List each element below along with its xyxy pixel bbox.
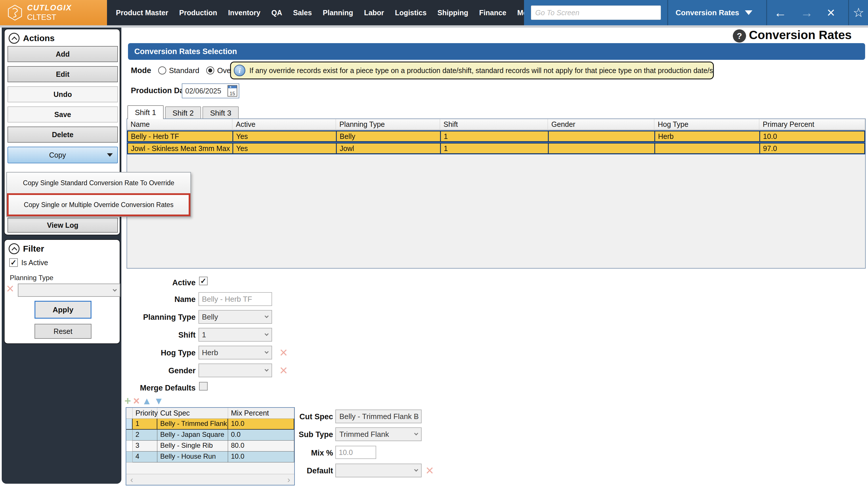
calendar-icon[interactable]: 15 [227, 85, 237, 97]
table-row[interactable]: 2 Belly - Japan Square 0.0 [126, 430, 294, 441]
go-to-screen-input[interactable] [531, 5, 661, 20]
cell-name: Jowl - Skinless Meat 3mm Max Sh [128, 144, 233, 153]
planning-type-filter-select[interactable] [18, 283, 120, 297]
default-select[interactable] [335, 463, 422, 477]
delete-button[interactable]: Delete [7, 126, 118, 143]
copy-dropdown-button[interactable]: Copy [7, 147, 118, 163]
tab-shift-2[interactable]: Shift 2 [165, 107, 201, 119]
clear-default-icon[interactable]: × [426, 464, 434, 477]
cut-spec-select[interactable]: Belly - Trimmed Flank B [335, 409, 422, 423]
collapse-filter-icon[interactable] [9, 243, 20, 254]
collapse-actions-icon[interactable] [9, 33, 20, 44]
gender-select[interactable] [198, 364, 272, 377]
cell-cut-spec: Belly - Single Rib [157, 441, 228, 452]
column-header-name[interactable]: Name [127, 119, 232, 129]
cell-hog-type: Herb [655, 131, 760, 141]
topbar-right-section: Conversion Rates ← → × ☆ [524, 0, 868, 25]
cell-planning-type: Jowl [337, 144, 441, 153]
horizontal-scrollbar[interactable]: ‹ › [126, 474, 294, 485]
row-selector[interactable] [126, 430, 132, 441]
clear-hog-type-icon[interactable]: × [280, 346, 288, 359]
shift-select[interactable]: 1 [198, 328, 272, 342]
radio-override[interactable] [206, 66, 214, 74]
app-logo: CUTLOGIX CLTEST [0, 0, 107, 25]
clear-gender-icon[interactable]: × [280, 364, 288, 377]
planning-type-field-label: Planning Type [121, 313, 195, 322]
chevron-down-icon [265, 367, 269, 371]
cell-priority: 3 [132, 441, 157, 452]
name-field[interactable]: Belly - Herb TF [198, 292, 272, 306]
menu-qa[interactable]: QA [266, 0, 288, 25]
production-date-field[interactable]: 02/06/2025 15 [182, 83, 239, 98]
menu-sales[interactable]: Sales [288, 0, 317, 25]
main-menu: Product Master Production Inventory QA S… [111, 0, 584, 25]
menu-labor[interactable]: Labor [359, 0, 390, 25]
move-up-icon[interactable]: ▲ [142, 395, 152, 407]
info-icon: i [234, 65, 245, 76]
forward-icon[interactable]: → [794, 0, 820, 25]
column-header-hog-type[interactable]: Hog Type [654, 119, 759, 129]
production-date-value: 02/06/2025 [185, 87, 227, 95]
cell-priority: 2 [132, 430, 157, 441]
menu-logistics[interactable]: Logistics [390, 0, 432, 25]
mode-row: Mode Standard Override [131, 62, 246, 79]
add-button[interactable]: Add [7, 46, 118, 62]
apply-button[interactable]: Apply [34, 301, 91, 318]
mix-table-header: Priority Cut Spec Mix Percent [126, 408, 294, 419]
menu-product-master[interactable]: Product Master [111, 0, 174, 25]
edit-button[interactable]: Edit [7, 66, 118, 82]
merge-defaults-checkbox[interactable] [199, 382, 208, 391]
row-selector[interactable] [126, 452, 132, 462]
menu-inventory[interactable]: Inventory [223, 0, 266, 25]
view-log-button[interactable]: View Log [7, 218, 118, 233]
menu-finance[interactable]: Finance [474, 0, 512, 25]
row-selector[interactable] [126, 419, 132, 430]
table-row[interactable]: 3 Belly - Single Rib 80.0 [126, 441, 294, 452]
favorite-star-icon[interactable]: ☆ [849, 0, 868, 25]
mix-percent-field[interactable]: 10.0 [335, 446, 376, 459]
column-header-priority[interactable]: Priority [132, 408, 157, 418]
tab-shift-3[interactable]: Shift 3 [203, 107, 239, 119]
is-active-checkbox[interactable]: ✓ [9, 258, 18, 267]
scroll-left-icon[interactable]: ‹ [126, 475, 137, 485]
radio-standard[interactable] [158, 66, 166, 74]
scroll-right-icon[interactable]: › [283, 475, 294, 485]
column-header-gender[interactable]: Gender [548, 119, 654, 129]
row-selector[interactable] [126, 441, 132, 452]
delete-row-icon[interactable]: × [133, 395, 140, 407]
column-header-shift[interactable]: Shift [440, 119, 548, 129]
active-checkbox[interactable]: ✓ [199, 277, 208, 285]
planning-type-select[interactable]: Belly [198, 310, 272, 324]
info-message-box: i If any override records exist for a pi… [230, 62, 714, 79]
menu-item-copy-override-rates[interactable]: Copy Single or Multiple Override Convers… [7, 193, 190, 216]
save-button[interactable]: Save [7, 107, 118, 122]
hog-type-select[interactable]: Herb [198, 346, 272, 360]
cell-shift: 1 [441, 131, 549, 141]
tab-shift-1[interactable]: Shift 1 [127, 105, 164, 119]
column-header-cut-spec[interactable]: Cut Spec [157, 408, 228, 418]
reset-button[interactable]: Reset [34, 324, 91, 339]
move-down-icon[interactable]: ▼ [154, 395, 164, 407]
column-header-active[interactable]: Active [232, 119, 336, 129]
clear-planning-type-icon[interactable]: × [6, 282, 14, 295]
active-field-label: Active [121, 278, 195, 287]
menu-item-copy-standard-to-override[interactable]: Copy Single Standard Conversion Rate To … [7, 173, 190, 193]
table-row[interactable]: 4 Belly - House Run 10.0 [126, 452, 294, 462]
menu-shipping[interactable]: Shipping [432, 0, 474, 25]
column-header-planning-type[interactable]: Planning Type [336, 119, 440, 129]
cell-shift: 1 [441, 144, 549, 153]
screen-selector-dropdown[interactable]: Conversion Rates [668, 0, 760, 25]
help-icon[interactable]: ? [733, 29, 746, 42]
table-row[interactable]: Jowl - Skinless Meat 3mm Max Sh Yes Jowl… [127, 143, 865, 154]
close-icon[interactable]: × [820, 0, 842, 25]
add-row-icon[interactable]: + [125, 395, 131, 407]
menu-production[interactable]: Production [174, 0, 223, 25]
back-icon[interactable]: ← [767, 0, 794, 25]
undo-button[interactable]: Undo [7, 86, 118, 102]
column-header-primary-percent[interactable]: Primary Percent [759, 119, 865, 129]
table-row[interactable]: 1 Belly - Trimmed Flank 10.0 [126, 419, 294, 430]
sub-type-select[interactable]: Trimmed Flank [335, 427, 422, 441]
default-field-label: Default [270, 466, 333, 475]
table-row[interactable]: Belly - Herb TF Yes Belly 1 Herb 10.0 [127, 130, 865, 142]
menu-planning[interactable]: Planning [317, 0, 359, 25]
